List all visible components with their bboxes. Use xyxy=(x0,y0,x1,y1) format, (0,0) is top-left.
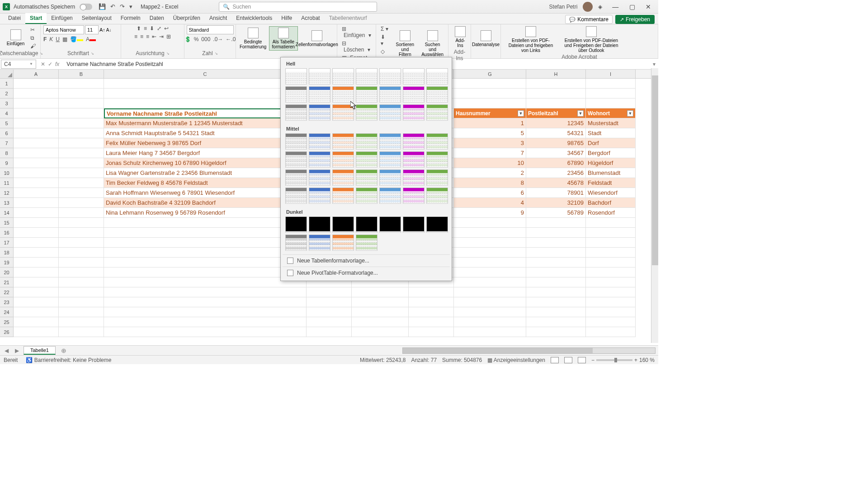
row-header-23[interactable]: 23 xyxy=(0,297,13,307)
row-header-9[interactable]: 9 xyxy=(0,158,13,168)
cell-B7[interactable] xyxy=(59,138,104,148)
cell-B3[interactable] xyxy=(59,99,104,108)
cell-H23[interactable] xyxy=(526,297,586,307)
cell-H13[interactable]: 32109 xyxy=(526,198,586,208)
table-style-thumb[interactable] xyxy=(356,169,377,186)
tab-hilfe[interactable]: Hilfe xyxy=(277,13,297,24)
cell-G17[interactable] xyxy=(454,238,526,248)
table-style-thumb[interactable] xyxy=(332,151,354,168)
table-style-thumb[interactable] xyxy=(403,86,425,103)
cell-C19[interactable] xyxy=(104,258,307,267)
fill-icon[interactable]: ⬇ ▾ xyxy=(379,33,391,47)
vertical-scrollbar[interactable] xyxy=(651,68,658,343)
cell-B14[interactable] xyxy=(59,208,104,218)
tab-tabellenentwurf[interactable]: Tabellenentwurf xyxy=(325,13,372,24)
cell-H22[interactable] xyxy=(526,287,586,297)
cell-A12[interactable] xyxy=(14,188,59,198)
filter-dropdown-icon[interactable]: ▼ xyxy=(577,110,584,117)
cell-A23[interactable] xyxy=(14,297,59,307)
cell-G3[interactable] xyxy=(454,99,526,108)
cell-H3[interactable] xyxy=(526,99,586,108)
cell-A3[interactable] xyxy=(14,99,59,108)
table-style-thumb[interactable] xyxy=(309,151,330,168)
row-header-13[interactable]: 13 xyxy=(0,198,13,208)
cell-styles-button[interactable]: Zellenformatvorlagen xyxy=(300,29,334,48)
row-header-1[interactable]: 1 xyxy=(0,79,13,89)
table-style-thumb[interactable] xyxy=(379,68,401,84)
insert-cells-button[interactable]: ⊞ Einfügen ▾ xyxy=(340,25,373,39)
table-style-thumb[interactable] xyxy=(332,235,354,251)
align-bottom-icon[interactable]: ⬇ xyxy=(150,25,154,32)
row-header-22[interactable]: 22 xyxy=(0,287,13,297)
cell-H16[interactable] xyxy=(526,228,586,238)
table-style-thumb[interactable] xyxy=(332,188,354,204)
sheet-nav-next-icon[interactable]: ▶ xyxy=(13,347,21,354)
toggle-off-icon[interactable] xyxy=(80,4,92,10)
cell-C12[interactable]: Sarah Hoffmann Wiesenweg 6 78901 Wiesend… xyxy=(104,188,307,198)
cell-G2[interactable] xyxy=(454,89,526,99)
cell-C8[interactable]: Laura Meier Hang 7 34567 Bergdorf xyxy=(104,148,307,158)
cell-I10[interactable]: Blumenstadt xyxy=(586,168,636,178)
table-style-thumb[interactable] xyxy=(356,104,377,121)
cell-B13[interactable] xyxy=(59,198,104,208)
cell-G26[interactable] xyxy=(454,327,526,337)
cell-C16[interactable] xyxy=(104,228,307,238)
row-header-25[interactable]: 25 xyxy=(0,317,13,327)
cell-I13[interactable]: Bachdorf xyxy=(586,198,636,208)
cell-D26[interactable] xyxy=(307,327,352,337)
table-style-thumb[interactable] xyxy=(332,86,354,103)
row-header-21[interactable]: 21 xyxy=(0,277,13,287)
cell-A15[interactable] xyxy=(14,218,59,228)
merge-icon[interactable]: ⊞ xyxy=(166,33,171,40)
number-format-select[interactable] xyxy=(187,25,234,34)
cell-I4[interactable]: Wohnort▼ xyxy=(586,108,636,118)
row-header-6[interactable]: 6 xyxy=(0,128,13,138)
table-style-thumb[interactable] xyxy=(426,151,448,168)
cell-I8[interactable]: Bergdorf xyxy=(586,148,636,158)
table-style-thumb[interactable] xyxy=(426,104,448,121)
table-style-thumb[interactable] xyxy=(309,104,330,121)
table-style-thumb[interactable] xyxy=(426,216,448,233)
autosum-icon[interactable]: Σ ▾ xyxy=(379,25,391,33)
cell-B16[interactable] xyxy=(59,228,104,238)
table-style-thumb[interactable] xyxy=(403,169,425,186)
cell-H25[interactable] xyxy=(526,317,586,327)
table-style-thumb[interactable] xyxy=(379,169,401,186)
cell-E24[interactable] xyxy=(352,307,409,317)
cell-G9[interactable]: 10 xyxy=(454,158,526,168)
row-header-5[interactable]: 5 xyxy=(0,118,13,128)
table-style-thumb[interactable] xyxy=(356,151,377,168)
row-header-15[interactable]: 15 xyxy=(0,218,13,228)
table-style-thumb[interactable] xyxy=(379,104,401,121)
cell-H18[interactable] xyxy=(526,248,586,258)
cell-H19[interactable] xyxy=(526,258,586,267)
qat-more-icon[interactable]: ▾ xyxy=(129,3,132,10)
cell-G12[interactable]: 6 xyxy=(454,188,526,198)
cancel-formula-icon[interactable]: ✕ xyxy=(41,61,45,67)
cell-H5[interactable]: 12345 xyxy=(526,118,586,128)
table-style-thumb[interactable] xyxy=(403,68,425,84)
cell-G10[interactable]: 2 xyxy=(454,168,526,178)
cell-H15[interactable] xyxy=(526,218,586,228)
cell-G18[interactable] xyxy=(454,248,526,258)
table-style-thumb[interactable] xyxy=(285,133,307,150)
cell-H21[interactable] xyxy=(526,277,586,287)
table-style-thumb[interactable] xyxy=(285,86,307,103)
cell-B26[interactable] xyxy=(59,327,104,337)
cell-C1[interactable] xyxy=(104,79,307,89)
cell-B24[interactable] xyxy=(59,307,104,317)
cell-C20[interactable] xyxy=(104,267,307,277)
cell-F25[interactable] xyxy=(409,317,454,327)
share-button[interactable]: ↗ Freigeben xyxy=(615,15,655,24)
tab-entwicklertools[interactable]: Entwicklertools xyxy=(231,13,277,24)
table-style-thumb[interactable] xyxy=(379,216,401,233)
row-header-3[interactable]: 3 xyxy=(0,99,13,108)
cell-G21[interactable] xyxy=(454,277,526,287)
font-size-input[interactable] xyxy=(85,25,99,34)
cell-I21[interactable] xyxy=(586,277,636,287)
cell-A25[interactable] xyxy=(14,317,59,327)
table-style-thumb[interactable] xyxy=(309,169,330,186)
tab-datei[interactable]: Datei xyxy=(4,13,25,24)
filter-dropdown-icon[interactable]: ▼ xyxy=(627,110,633,117)
cell-E22[interactable] xyxy=(352,287,409,297)
